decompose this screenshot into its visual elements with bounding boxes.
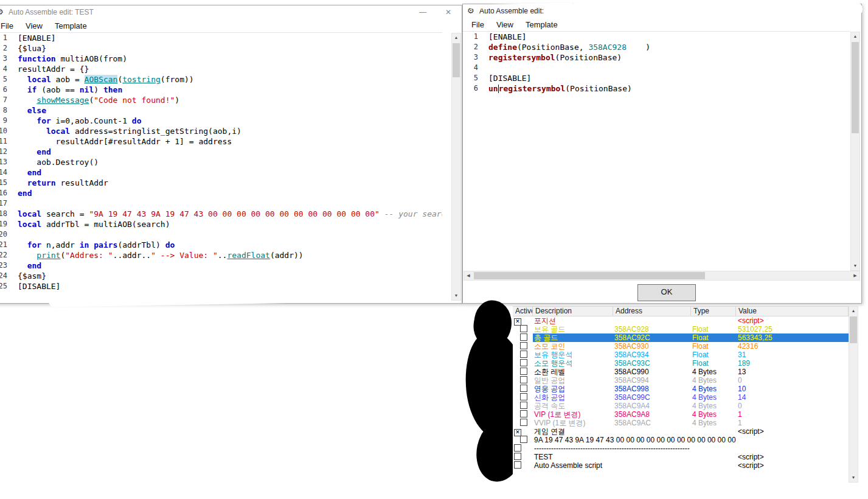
active-checkbox[interactable] — [520, 376, 527, 383]
code-line: 1[ENABLE] — [463, 32, 850, 42]
table-row[interactable]: 소모 행운석358AC93CFloat189 — [513, 359, 849, 368]
code-line: 10 local address=stringlist_getString(ao… — [0, 126, 442, 136]
scrollbar-thumb[interactable] — [453, 43, 460, 77]
vertical-scrollbar[interactable]: ▲ ▼ — [850, 32, 860, 271]
code-line: 8 else — [0, 105, 442, 116]
table-row[interactable]: 보유 행운석358AC934Float31 — [513, 351, 849, 359]
table-row[interactable]: ✕게임 연결<script> — [513, 427, 849, 436]
row-address: 358AC9A4 — [613, 402, 691, 410]
row-value: 13 — [736, 368, 849, 376]
line-number: 4 — [463, 63, 484, 73]
row-value: 14 — [736, 393, 849, 402]
column-header-active[interactable]: Active — [513, 307, 533, 316]
active-checkbox[interactable] — [520, 402, 527, 409]
code-editor-right[interactable]: 1[ENABLE]2define(PositionBase, 358AC928 … — [463, 31, 850, 271]
line-number: 11 — [0, 136, 13, 147]
code-line: 2{$lua} — [0, 43, 442, 54]
scroll-right-icon[interactable]: ▶ — [851, 271, 859, 280]
table-row[interactable]: Auto Assemble script<script> — [513, 461, 849, 470]
active-checkbox[interactable] — [514, 461, 521, 469]
scrollbar-thumb[interactable] — [850, 316, 857, 343]
scroll-up-icon[interactable]: ▲ — [452, 33, 460, 42]
table-row[interactable]: 공격 속도358AC9A44 Bytes0 — [513, 402, 849, 410]
active-checkbox[interactable] — [520, 436, 527, 443]
code-editor-left[interactable]: 1[ENABLE]2{$lua}3function multiAOB(from)… — [0, 32, 442, 301]
menu-view[interactable]: View — [490, 20, 519, 29]
table-row[interactable]: 9A 19 47 43 9A 19 47 43 00 00 00 00 00 0… — [513, 436, 849, 444]
scroll-down-icon[interactable]: ▼ — [851, 262, 859, 270]
line-number: 16 — [0, 188, 13, 198]
scrollbar-thumb[interactable] — [474, 272, 705, 279]
minimize-button[interactable]: — — [418, 8, 428, 16]
code-line: 6 if (aob == nil) then — [0, 85, 442, 95]
table-row[interactable]: 영웅 공업358AC9984 Bytes10 — [513, 385, 849, 393]
table-row[interactable]: 신화 공업358AC99C4 Bytes14 — [513, 393, 849, 402]
code-line: 11 resultAddr[#resultAddr + 1] = address — [0, 136, 442, 147]
column-header-type[interactable]: Type — [691, 307, 736, 316]
menu-template[interactable]: Template — [49, 21, 93, 30]
row-value: 189 — [736, 359, 849, 368]
table-vertical-scrollbar[interactable]: ▲ ▼ — [849, 306, 858, 483]
table-row[interactable]: ✕포지션<script> — [513, 316, 849, 325]
row-type: Float — [691, 351, 736, 359]
line-number: 3 — [463, 52, 484, 63]
code-line: 9 for i=0,aob.Count-1 do — [0, 116, 442, 126]
row-address: 358AC93C — [613, 359, 691, 368]
row-description: 소환 레벨 — [533, 368, 613, 376]
table-row[interactable]: 보유 골드358AC928Float531027,25 — [513, 325, 849, 333]
active-checkbox[interactable] — [520, 393, 527, 400]
active-checkbox[interactable] — [520, 368, 527, 375]
scroll-down-icon[interactable]: ▼ — [452, 291, 460, 300]
horizontal-scrollbar[interactable]: ◀ ▶ — [464, 271, 860, 281]
active-checkbox[interactable] — [520, 419, 527, 426]
active-checkbox[interactable] — [520, 342, 527, 349]
column-header-description[interactable]: Description — [533, 307, 613, 316]
column-header-address[interactable]: Address — [613, 307, 691, 316]
active-cell — [513, 393, 533, 402]
line-number: 6 — [0, 85, 13, 95]
table-row[interactable]: 총 골드358AC92CFloat563343,25 — [513, 333, 849, 342]
table-row[interactable]: ----------------------------------------… — [513, 444, 849, 453]
scroll-up-icon[interactable]: ▲ — [851, 32, 859, 41]
code-line: 13 aob.Destroy() — [0, 157, 442, 167]
line-number: 5 — [0, 74, 13, 85]
active-checkbox[interactable] — [520, 359, 527, 366]
table-row[interactable]: VIP (1로 변경)358AC9A84 Bytes1 — [513, 410, 849, 419]
table-row[interactable]: TEST<script> — [513, 453, 849, 461]
table-row[interactable]: 소환 레벨358AC9904 Bytes13 — [513, 368, 849, 376]
active-checkbox[interactable] — [520, 333, 527, 341]
menu-view[interactable]: View — [19, 21, 49, 30]
table-row[interactable]: 일반 공업358AC9944 Bytes0 — [513, 376, 849, 385]
close-button[interactable]: ✕ — [443, 8, 453, 16]
row-type: 4 Bytes — [691, 410, 736, 419]
code-line: 18local search = "9A 19 47 43 9A 19 47 4… — [0, 209, 442, 219]
active-cell — [513, 368, 533, 377]
code-line: 25[DISABLE] — [0, 281, 442, 291]
menu-file[interactable]: File — [465, 20, 490, 29]
table-row[interactable]: VVIP (1로 변경)358AC9AC4 Bytes1 — [513, 419, 849, 427]
table-row[interactable]: 소모 코인358AC930Float42316 — [513, 342, 849, 351]
code-line: 4 — [463, 63, 850, 73]
row-value: 0 — [736, 376, 849, 385]
scrollbar-thumb[interactable] — [852, 42, 859, 133]
active-checkbox[interactable] — [520, 385, 527, 392]
active-checkbox[interactable] — [520, 410, 527, 417]
column-header-value[interactable]: Value — [736, 307, 849, 316]
titlebar[interactable]: ⚙ Auto Assemble edit: TEST — ✕ — [0, 5, 462, 19]
code-line: 21 for n,addr in pairs(addrTbl) do — [0, 240, 442, 250]
active-cell — [513, 333, 533, 343]
menu-template[interactable]: Template — [519, 20, 564, 29]
active-checkbox[interactable] — [514, 444, 521, 452]
window-title: Auto Assemble edit: TEST — [9, 8, 94, 16]
scroll-up-icon[interactable]: ▲ — [849, 307, 858, 315]
vertical-scrollbar[interactable]: ▲ ▼ — [451, 33, 461, 301]
ok-button[interactable]: OK — [637, 284, 696, 301]
menu-file[interactable]: File — [0, 21, 19, 30]
scroll-left-icon[interactable]: ◀ — [464, 271, 473, 280]
code-line: 2define(PositionBase, 358AC928 ) — [463, 42, 850, 52]
active-cell: ✕ — [513, 427, 533, 436]
active-checkbox[interactable] — [514, 453, 521, 460]
scroll-down-icon[interactable]: ▼ — [849, 473, 858, 482]
active-checkbox[interactable] — [520, 325, 527, 332]
active-checkbox[interactable] — [520, 351, 527, 358]
